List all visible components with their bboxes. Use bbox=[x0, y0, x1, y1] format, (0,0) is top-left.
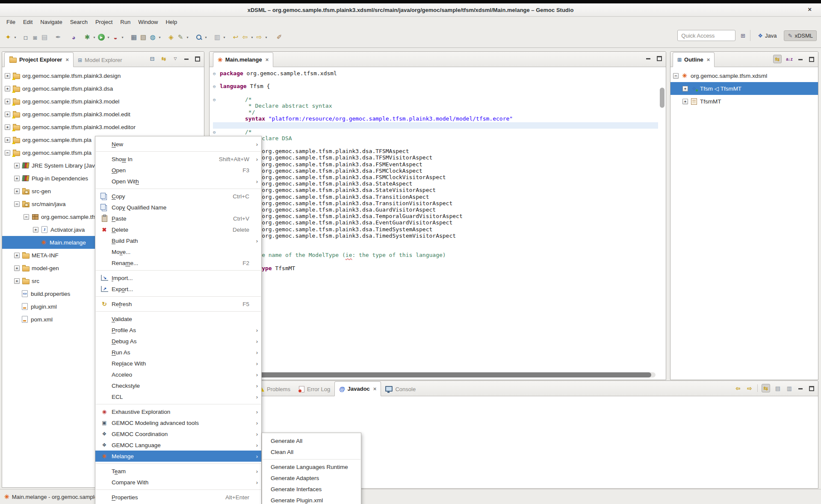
expander-icon[interactable]: + bbox=[14, 253, 20, 258]
open-in-browser-icon[interactable]: ▥ bbox=[786, 384, 793, 392]
code-line[interactable]: with org.gemoc.sample.tfsm.plaink3.dsa.F… bbox=[213, 168, 658, 174]
dropdown-caret-icon[interactable]: ▾ bbox=[92, 35, 97, 39]
menu-item-import[interactable]: ↘Import... bbox=[95, 272, 261, 283]
expander-icon[interactable]: + bbox=[14, 278, 20, 284]
tree-item-org-gemoc-sample-tfsm-plaink3-model[interactable]: +org.gemoc.sample.tfsm.plaink3.model bbox=[2, 95, 204, 108]
menu-item-melange[interactable]: ✳Melange› bbox=[95, 451, 261, 462]
expander-icon[interactable]: + bbox=[682, 99, 688, 104]
dropdown-caret-icon[interactable]: ▾ bbox=[120, 35, 125, 39]
expander-icon[interactable]: + bbox=[5, 112, 10, 117]
fold-marker-icon[interactable]: ⊖ bbox=[213, 83, 216, 90]
menu-item-generate-adapters[interactable]: Generate Adapters bbox=[262, 472, 361, 483]
menu-item-new[interactable]: New› bbox=[95, 139, 261, 150]
open-type-icon[interactable]: ◈ bbox=[166, 32, 176, 43]
maximize-icon[interactable] bbox=[656, 55, 662, 62]
menu-item-replace-with[interactable]: Replace With› bbox=[95, 358, 261, 369]
code-line[interactable]: with org.gemoc.sample.tfsm.plaink3.dsa.F… bbox=[213, 161, 658, 168]
expander-icon[interactable]: − bbox=[24, 214, 29, 220]
menu-item-copy-qualified-name[interactable]: Copy Qualified Name bbox=[95, 202, 261, 213]
expander-icon[interactable]: + bbox=[5, 137, 10, 143]
menu-item-generate-interfaces[interactable]: Generate Interfaces bbox=[262, 483, 361, 495]
code-line[interactable]: with org.gemoc.sample.tfsm.plaink3.dsa.T… bbox=[213, 200, 658, 206]
tab-outline[interactable]: ⊞ Outline × bbox=[673, 52, 715, 67]
external-tools-icon[interactable]: ✒ bbox=[53, 32, 63, 43]
quick-access-input[interactable] bbox=[677, 30, 735, 41]
close-icon[interactable]: × bbox=[266, 56, 269, 63]
menu-item-delete[interactable]: ✖DeleteDelete bbox=[95, 224, 261, 235]
close-icon[interactable]: × bbox=[707, 56, 710, 63]
code-line[interactable] bbox=[213, 122, 658, 129]
window-close-button[interactable]: × bbox=[805, 5, 814, 14]
code-line[interactable]: with org.gemoc.sample.tfsm.plaink3.dsa.T… bbox=[213, 148, 658, 154]
expander-icon[interactable]: + bbox=[14, 189, 20, 194]
menu-item-move[interactable]: Move... bbox=[95, 246, 261, 257]
code-line[interactable]: ⊖/* bbox=[213, 129, 658, 135]
fold-marker-icon[interactable]: ⊖ bbox=[213, 97, 216, 103]
code-line[interactable]: * Declare DSA bbox=[213, 135, 658, 141]
perspective-xdsml-button[interactable]: ✎ xDSML bbox=[784, 30, 817, 41]
last-edit-location-icon[interactable]: ↩ bbox=[231, 32, 240, 43]
menu-item-checkstyle[interactable]: Checkstyle› bbox=[95, 380, 261, 391]
coverage-icon[interactable]: ◒ bbox=[111, 32, 120, 43]
tree-item-org-gemoc-sample-tfsm-plaink3-model-edit[interactable]: +org.gemoc.sample.tfsm.plaink3.model.edi… bbox=[2, 108, 204, 121]
menubar-item-edit[interactable]: Edit bbox=[19, 18, 36, 27]
expander-icon[interactable]: + bbox=[5, 73, 10, 79]
code-line[interactable]: with org.gemoc.sample.tfsm.plaink3.dsa.T… bbox=[213, 154, 658, 161]
code-line[interactable]: with org.gemoc.sample.tfsm.plaink3.dsa.S… bbox=[213, 180, 658, 187]
code-line[interactable]: with org.gemoc.sample.tfsm.plaink3.dsa.T… bbox=[213, 213, 658, 219]
tab-error-log[interactable]: Error Log bbox=[295, 382, 334, 396]
menubar-item-search[interactable]: Search bbox=[66, 18, 92, 27]
code-line[interactable]: with org.gemoc.sample.tfsm.plaink3.dsa.E… bbox=[213, 219, 658, 226]
code-line[interactable]: */ bbox=[213, 141, 658, 148]
code-line[interactable] bbox=[213, 239, 658, 245]
scrollbar-thumb[interactable] bbox=[212, 372, 651, 377]
dropdown-caret-icon[interactable]: ▾ bbox=[222, 35, 227, 39]
menu-item-gemoc-modeling-advanced-tools[interactable]: ▣GEMOC Modeling advanced tools› bbox=[95, 417, 261, 428]
menu-item-refresh[interactable]: ↻RefreshF5 bbox=[95, 298, 261, 309]
menu-item-team[interactable]: Team› bbox=[95, 466, 261, 477]
tab-javadoc[interactable]: @Javadoc× bbox=[334, 381, 381, 396]
code-line[interactable]: with org.gemoc.sample.tfsm.plaink3.dsa.T… bbox=[213, 194, 658, 200]
pin-editor-icon[interactable]: ✐ bbox=[275, 32, 284, 43]
code-line[interactable] bbox=[213, 245, 658, 252]
editor-vertical-scrollbar[interactable] bbox=[660, 88, 664, 108]
menu-item-properties[interactable]: PropertiesAlt+Enter bbox=[95, 492, 261, 503]
menu-item-profile-as[interactable]: Profile As› bbox=[95, 324, 261, 336]
menu-item-gemoc-language[interactable]: ❖GEMOC Language› bbox=[95, 439, 261, 451]
menu-item-generate-all[interactable]: Generate All bbox=[262, 435, 361, 446]
tree-item-tfsm-tfsmmt[interactable]: +❖Tfsm ◁ TfsmMT bbox=[670, 82, 818, 95]
menu-item-open-with[interactable]: Open With› bbox=[95, 176, 261, 187]
menu-item-paste[interactable]: PasteCtrl+V bbox=[95, 213, 261, 224]
code-line[interactable]: ⊖language Tfsm { bbox=[213, 83, 658, 89]
fold-marker-icon[interactable]: ⊖ bbox=[213, 129, 216, 136]
menubar-item-window[interactable]: Window bbox=[134, 18, 162, 27]
minimize-icon[interactable] bbox=[645, 55, 652, 62]
code-line[interactable] bbox=[213, 258, 658, 265]
java-application-icon[interactable]: ◕ bbox=[69, 32, 78, 43]
expander-icon[interactable]: + bbox=[5, 99, 10, 104]
menu-item-clean-all[interactable]: Clean All bbox=[262, 446, 361, 457]
menu-item-gemoc-coordination[interactable]: ❖GEMOC Coordination› bbox=[95, 428, 261, 439]
code-line[interactable]: exactype TfsmMT bbox=[213, 265, 658, 271]
save-icon[interactable]: ◘ bbox=[21, 32, 30, 43]
expander-icon[interactable]: + bbox=[14, 176, 20, 181]
link-with-selection-icon[interactable]: ⇆ bbox=[762, 384, 770, 392]
menu-item-exhaustive-exploration[interactable]: ◉Exhaustive Exploration› bbox=[95, 406, 261, 417]
tree-item-org-gemoc-sample-tfsm-plaink3-design[interactable]: +org.gemoc.sample.tfsm.plaink3.design bbox=[2, 69, 204, 82]
expander-icon[interactable]: + bbox=[33, 227, 38, 233]
menu-item-debug-as[interactable]: Debug As› bbox=[95, 336, 261, 347]
close-icon[interactable]: × bbox=[373, 386, 377, 392]
tab-console[interactable]: Console bbox=[381, 382, 420, 396]
tab-model-explorer[interactable]: ⊞ Model Explorer bbox=[74, 53, 127, 67]
tree-item-tfsmmt[interactable]: +TfsmMT bbox=[670, 95, 818, 108]
forward-icon[interactable]: ⇨ bbox=[254, 32, 264, 43]
tab-main-melange[interactable]: ✳ Main.melange × bbox=[213, 52, 273, 67]
menu-item-open[interactable]: OpenF3 bbox=[95, 165, 261, 176]
debug-icon[interactable]: ✱ bbox=[83, 32, 92, 43]
menu-item-generate-languages-runtime[interactable]: Generate Languages Runtime bbox=[262, 461, 361, 472]
menu-item-export[interactable]: ↗Export... bbox=[95, 283, 261, 295]
mark-occurrences-icon[interactable]: ▥ bbox=[213, 32, 222, 43]
minimize-icon[interactable] bbox=[797, 56, 804, 62]
menubar-item-project[interactable]: Project bbox=[92, 18, 116, 27]
back-icon[interactable]: ⇦ bbox=[734, 384, 742, 392]
